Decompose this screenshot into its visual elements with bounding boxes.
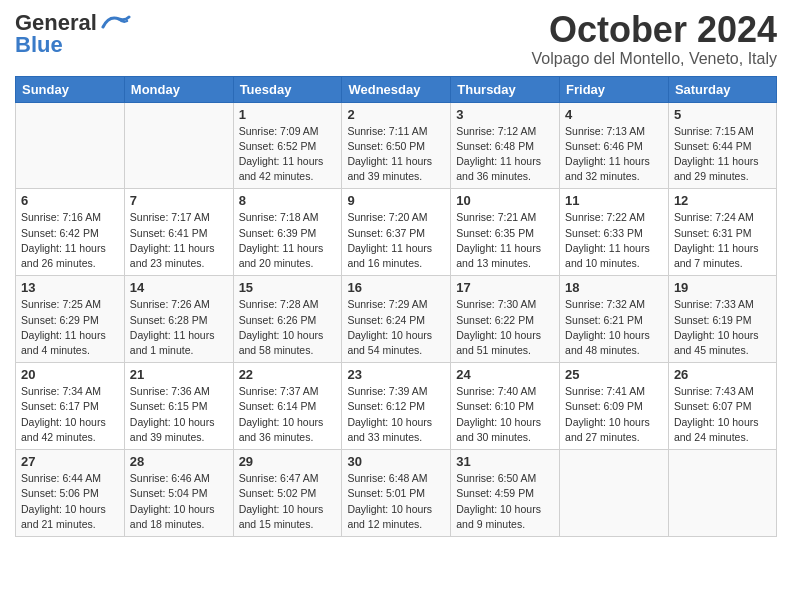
day-number: 5 <box>674 107 771 122</box>
day-cell: 6Sunrise: 7:16 AM Sunset: 6:42 PM Daylig… <box>16 189 125 276</box>
day-cell: 25Sunrise: 7:41 AM Sunset: 6:09 PM Dayli… <box>560 363 669 450</box>
day-number: 6 <box>21 193 119 208</box>
header-sunday: Sunday <box>16 76 125 102</box>
title-block: October 2024 Volpago del Montello, Venet… <box>531 10 777 68</box>
day-number: 29 <box>239 454 337 469</box>
day-info: Sunrise: 7:29 AM Sunset: 6:24 PM Dayligh… <box>347 297 445 358</box>
day-info: Sunrise: 7:17 AM Sunset: 6:41 PM Dayligh… <box>130 210 228 271</box>
page: General Blue October 2024 Volpago del Mo… <box>0 0 792 547</box>
day-info: Sunrise: 7:26 AM Sunset: 6:28 PM Dayligh… <box>130 297 228 358</box>
header-saturday: Saturday <box>668 76 776 102</box>
day-info: Sunrise: 6:44 AM Sunset: 5:06 PM Dayligh… <box>21 471 119 532</box>
day-info: Sunrise: 7:40 AM Sunset: 6:10 PM Dayligh… <box>456 384 554 445</box>
day-info: Sunrise: 7:13 AM Sunset: 6:46 PM Dayligh… <box>565 124 663 185</box>
day-cell <box>124 102 233 189</box>
day-number: 27 <box>21 454 119 469</box>
day-cell: 1Sunrise: 7:09 AM Sunset: 6:52 PM Daylig… <box>233 102 342 189</box>
day-number: 17 <box>456 280 554 295</box>
day-cell: 16Sunrise: 7:29 AM Sunset: 6:24 PM Dayli… <box>342 276 451 363</box>
day-cell: 11Sunrise: 7:22 AM Sunset: 6:33 PM Dayli… <box>560 189 669 276</box>
day-number: 20 <box>21 367 119 382</box>
week-row-1: 1Sunrise: 7:09 AM Sunset: 6:52 PM Daylig… <box>16 102 777 189</box>
day-number: 12 <box>674 193 771 208</box>
header: General Blue October 2024 Volpago del Mo… <box>15 10 777 68</box>
day-info: Sunrise: 6:46 AM Sunset: 5:04 PM Dayligh… <box>130 471 228 532</box>
day-cell: 15Sunrise: 7:28 AM Sunset: 6:26 PM Dayli… <box>233 276 342 363</box>
day-cell: 13Sunrise: 7:25 AM Sunset: 6:29 PM Dayli… <box>16 276 125 363</box>
day-cell: 21Sunrise: 7:36 AM Sunset: 6:15 PM Dayli… <box>124 363 233 450</box>
header-tuesday: Tuesday <box>233 76 342 102</box>
day-info: Sunrise: 6:50 AM Sunset: 4:59 PM Dayligh… <box>456 471 554 532</box>
day-info: Sunrise: 7:32 AM Sunset: 6:21 PM Dayligh… <box>565 297 663 358</box>
logo-blue: Blue <box>15 32 63 58</box>
week-row-2: 6Sunrise: 7:16 AM Sunset: 6:42 PM Daylig… <box>16 189 777 276</box>
day-info: Sunrise: 7:22 AM Sunset: 6:33 PM Dayligh… <box>565 210 663 271</box>
day-number: 4 <box>565 107 663 122</box>
day-cell: 30Sunrise: 6:48 AM Sunset: 5:01 PM Dayli… <box>342 450 451 537</box>
day-cell: 2Sunrise: 7:11 AM Sunset: 6:50 PM Daylig… <box>342 102 451 189</box>
day-cell: 17Sunrise: 7:30 AM Sunset: 6:22 PM Dayli… <box>451 276 560 363</box>
day-cell: 26Sunrise: 7:43 AM Sunset: 6:07 PM Dayli… <box>668 363 776 450</box>
day-cell: 20Sunrise: 7:34 AM Sunset: 6:17 PM Dayli… <box>16 363 125 450</box>
day-info: Sunrise: 7:24 AM Sunset: 6:31 PM Dayligh… <box>674 210 771 271</box>
day-info: Sunrise: 6:48 AM Sunset: 5:01 PM Dayligh… <box>347 471 445 532</box>
day-number: 31 <box>456 454 554 469</box>
day-info: Sunrise: 7:20 AM Sunset: 6:37 PM Dayligh… <box>347 210 445 271</box>
day-info: Sunrise: 7:21 AM Sunset: 6:35 PM Dayligh… <box>456 210 554 271</box>
day-cell <box>16 102 125 189</box>
day-info: Sunrise: 7:33 AM Sunset: 6:19 PM Dayligh… <box>674 297 771 358</box>
day-number: 3 <box>456 107 554 122</box>
day-info: Sunrise: 7:11 AM Sunset: 6:50 PM Dayligh… <box>347 124 445 185</box>
week-row-5: 27Sunrise: 6:44 AM Sunset: 5:06 PM Dayli… <box>16 450 777 537</box>
day-info: Sunrise: 7:16 AM Sunset: 6:42 PM Dayligh… <box>21 210 119 271</box>
day-cell: 3Sunrise: 7:12 AM Sunset: 6:48 PM Daylig… <box>451 102 560 189</box>
day-info: Sunrise: 7:18 AM Sunset: 6:39 PM Dayligh… <box>239 210 337 271</box>
day-number: 2 <box>347 107 445 122</box>
day-info: Sunrise: 7:12 AM Sunset: 6:48 PM Dayligh… <box>456 124 554 185</box>
day-number: 13 <box>21 280 119 295</box>
day-cell: 9Sunrise: 7:20 AM Sunset: 6:37 PM Daylig… <box>342 189 451 276</box>
header-row: Sunday Monday Tuesday Wednesday Thursday… <box>16 76 777 102</box>
day-info: Sunrise: 7:30 AM Sunset: 6:22 PM Dayligh… <box>456 297 554 358</box>
day-number: 26 <box>674 367 771 382</box>
day-cell: 12Sunrise: 7:24 AM Sunset: 6:31 PM Dayli… <box>668 189 776 276</box>
day-number: 15 <box>239 280 337 295</box>
day-cell <box>560 450 669 537</box>
day-info: Sunrise: 7:39 AM Sunset: 6:12 PM Dayligh… <box>347 384 445 445</box>
week-row-3: 13Sunrise: 7:25 AM Sunset: 6:29 PM Dayli… <box>16 276 777 363</box>
day-cell: 4Sunrise: 7:13 AM Sunset: 6:46 PM Daylig… <box>560 102 669 189</box>
day-number: 24 <box>456 367 554 382</box>
day-info: Sunrise: 7:28 AM Sunset: 6:26 PM Dayligh… <box>239 297 337 358</box>
day-cell: 31Sunrise: 6:50 AM Sunset: 4:59 PM Dayli… <box>451 450 560 537</box>
day-number: 18 <box>565 280 663 295</box>
day-info: Sunrise: 7:25 AM Sunset: 6:29 PM Dayligh… <box>21 297 119 358</box>
day-cell: 14Sunrise: 7:26 AM Sunset: 6:28 PM Dayli… <box>124 276 233 363</box>
day-cell: 27Sunrise: 6:44 AM Sunset: 5:06 PM Dayli… <box>16 450 125 537</box>
day-info: Sunrise: 7:34 AM Sunset: 6:17 PM Dayligh… <box>21 384 119 445</box>
logo-bird-icon <box>99 13 131 33</box>
day-number: 1 <box>239 107 337 122</box>
day-number: 22 <box>239 367 337 382</box>
week-row-4: 20Sunrise: 7:34 AM Sunset: 6:17 PM Dayli… <box>16 363 777 450</box>
day-number: 16 <box>347 280 445 295</box>
subtitle: Volpago del Montello, Veneto, Italy <box>531 50 777 68</box>
day-number: 25 <box>565 367 663 382</box>
day-number: 14 <box>130 280 228 295</box>
day-cell: 22Sunrise: 7:37 AM Sunset: 6:14 PM Dayli… <box>233 363 342 450</box>
header-friday: Friday <box>560 76 669 102</box>
day-info: Sunrise: 7:41 AM Sunset: 6:09 PM Dayligh… <box>565 384 663 445</box>
day-cell: 23Sunrise: 7:39 AM Sunset: 6:12 PM Dayli… <box>342 363 451 450</box>
main-title: October 2024 <box>531 10 777 50</box>
day-cell: 10Sunrise: 7:21 AM Sunset: 6:35 PM Dayli… <box>451 189 560 276</box>
day-cell: 5Sunrise: 7:15 AM Sunset: 6:44 PM Daylig… <box>668 102 776 189</box>
calendar-table: Sunday Monday Tuesday Wednesday Thursday… <box>15 76 777 537</box>
day-number: 8 <box>239 193 337 208</box>
header-thursday: Thursday <box>451 76 560 102</box>
day-info: Sunrise: 7:43 AM Sunset: 6:07 PM Dayligh… <box>674 384 771 445</box>
day-cell: 8Sunrise: 7:18 AM Sunset: 6:39 PM Daylig… <box>233 189 342 276</box>
day-info: Sunrise: 7:09 AM Sunset: 6:52 PM Dayligh… <box>239 124 337 185</box>
day-number: 7 <box>130 193 228 208</box>
day-info: Sunrise: 6:47 AM Sunset: 5:02 PM Dayligh… <box>239 471 337 532</box>
calendar-body: 1Sunrise: 7:09 AM Sunset: 6:52 PM Daylig… <box>16 102 777 536</box>
day-number: 11 <box>565 193 663 208</box>
